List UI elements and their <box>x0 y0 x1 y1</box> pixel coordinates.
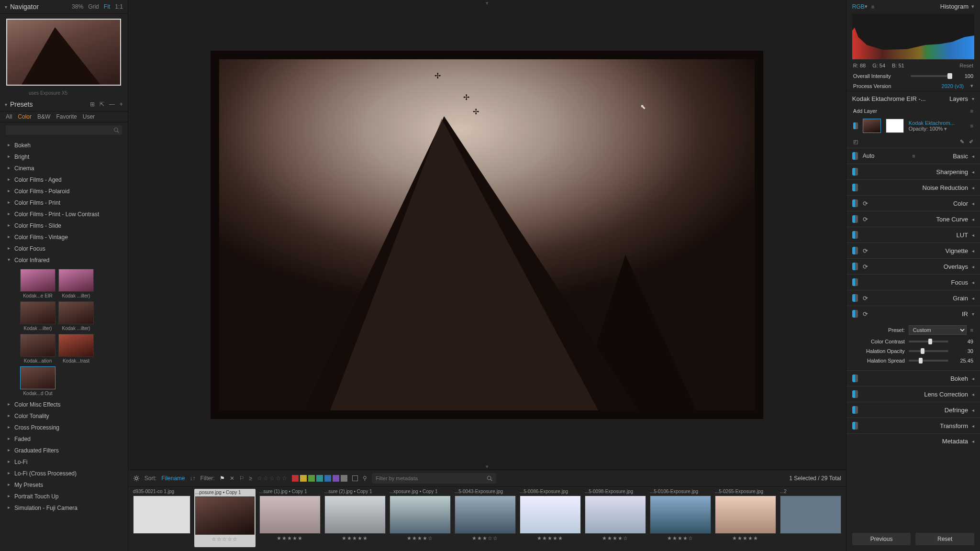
film-thumbnail[interactable]: ...sure (2).jpg • Copy 1★★★★★ <box>324 489 386 547</box>
image-canvas[interactable]: ✢ ✢ ✢ ⬉ <box>128 0 846 470</box>
collapse-icon[interactable]: ◂ <box>972 392 974 397</box>
collapse-icon[interactable]: ▾ <box>972 96 974 101</box>
reset-icon[interactable]: ⟳ <box>863 216 868 223</box>
auto-button[interactable]: Auto <box>863 153 875 159</box>
menu-icon[interactable]: ≡ <box>970 108 973 114</box>
previous-button[interactable]: Previous <box>852 533 911 545</box>
preset-category[interactable]: My Presets <box>0 479 128 491</box>
preset-category[interactable]: Color Films - Vintage <box>0 231 128 243</box>
preset-category[interactable]: Color Tonality <box>0 410 128 422</box>
toggle-icon[interactable] <box>852 152 858 160</box>
preset-search[interactable] <box>6 125 122 135</box>
color-swatch[interactable] <box>300 475 307 482</box>
adjustment-tone-curve[interactable]: ⟳Tone Curve◂ <box>846 211 980 227</box>
preset-category[interactable]: Color Films - Slide <box>0 220 128 231</box>
preset-category[interactable]: Simulation - Fuji Camera <box>0 502 128 514</box>
add-layer-row[interactable]: Add Layer ≡ <box>846 106 980 116</box>
film-thumbnail[interactable]: ...5-0098-Exposure.jpg★★★★☆ <box>585 489 646 547</box>
one-to-one-button[interactable]: 1:1 <box>115 3 123 10</box>
preset-category[interactable]: Color Films - Print <box>0 197 128 209</box>
layer-mask[interactable] <box>886 119 904 133</box>
color-swatch[interactable] <box>316 475 323 482</box>
toggle-icon[interactable] <box>852 406 858 414</box>
ir-slider[interactable]: Halation Spread25.45 <box>853 356 973 365</box>
toggle-icon[interactable] <box>852 375 858 382</box>
adjustment-bokeh[interactable]: Bokeh◂ <box>846 370 980 386</box>
color-swatch[interactable] <box>333 475 339 482</box>
collapse-icon[interactable]: ▾ <box>5 102 7 107</box>
color-swatch[interactable] <box>341 475 347 482</box>
preset-thumbnail[interactable]: Kodak ...ilter) <box>58 301 94 331</box>
collapse-icon[interactable]: ◂ <box>972 408 974 413</box>
collapse-icon[interactable]: ◂ <box>972 248 974 253</box>
preset-category[interactable]: Lo-Fi <box>0 456 128 468</box>
process-version-select[interactable]: 2020 (v3) <box>942 83 964 89</box>
preset-thumbnail[interactable]: Kodak...e EIR <box>20 269 56 298</box>
toggle-icon[interactable] <box>852 310 858 318</box>
brush-icon[interactable]: ✎ <box>960 139 964 145</box>
metadata-search-input[interactable] <box>376 475 487 481</box>
no-label-icon[interactable] <box>352 475 358 481</box>
preset-category[interactable]: Cross Processing <box>0 422 128 433</box>
navigator-thumbnail[interactable] <box>6 19 121 86</box>
reset-link[interactable]: Reset <box>959 63 973 68</box>
preset-thumbnail[interactable]: Kodak ...ilter) <box>20 301 56 331</box>
adjustment-lens-correction[interactable]: Lens Correction◂ <box>846 386 980 402</box>
film-thumbnail[interactable]: ...xposure.jpg • Copy 1★★★★☆ <box>390 489 451 547</box>
collapse-icon[interactable]: ◂ <box>972 439 974 444</box>
layer-item[interactable]: Kodak Ektachrom... Opacity: 100% ▾ ≡ <box>846 116 980 136</box>
film-thumbnail[interactable]: ...posure.jpg • Copy 1☆☆☆☆☆ <box>194 489 256 547</box>
reset-icon[interactable]: ⟳ <box>863 310 868 318</box>
film-thumbnail[interactable]: ...5-0086-Exposure.jpg★★★★★ <box>520 489 581 547</box>
filmstrip-thumbnails[interactable]: d935-0021-co 1.jpg...posure.jpg • Copy 1… <box>128 487 846 551</box>
toggle-icon[interactable] <box>852 168 858 176</box>
collapse-icon[interactable]: ▾ <box>972 311 974 317</box>
collapse-icon[interactable]: ◂ <box>972 185 974 190</box>
unflagged-icon[interactable]: ⚐ <box>239 475 245 482</box>
collapse-icon[interactable]: ▾ <box>971 3 974 10</box>
toggle-icon[interactable] <box>852 390 858 398</box>
preset-category[interactable]: Color Focus <box>0 243 128 254</box>
toggle-icon[interactable] <box>852 184 858 191</box>
toggle-icon[interactable] <box>852 422 858 430</box>
reset-icon[interactable]: ⟳ <box>863 200 868 207</box>
preset-category[interactable]: Color Misc Effects <box>0 399 128 410</box>
menu-icon[interactable]: ≡ <box>970 327 973 333</box>
reset-button[interactable]: Reset <box>915 533 974 545</box>
film-thumbnail[interactable]: ...sure (1).jpg • Copy 1★★★★★ <box>259 489 321 547</box>
adjustment-vignette[interactable]: ⟳Vignette◂ <box>846 242 980 258</box>
layer-toggle[interactable] <box>853 122 858 129</box>
adjustment-grain[interactable]: ⟳Grain◂ <box>846 290 980 306</box>
menu-icon[interactable]: ≡ <box>970 123 973 129</box>
preset-tab[interactable]: User <box>83 113 95 120</box>
rating-filter[interactable]: ☆☆☆☆☆ <box>257 475 287 482</box>
preset-thumbnail[interactable]: Kodak...d Out <box>20 366 56 396</box>
toggle-icon[interactable] <box>852 247 858 254</box>
adjustment-noise-reduction[interactable]: Noise Reduction◂ <box>846 179 980 195</box>
collapse-all-icon[interactable]: ⇱ <box>100 101 104 108</box>
preset-category[interactable]: Color Films - Print - Low Contrast <box>0 209 128 220</box>
film-thumbnail[interactable]: ...2 <box>780 489 841 547</box>
layer-thumbnail[interactable] <box>863 119 881 133</box>
plus-icon[interactable]: + <box>120 101 123 108</box>
collapse-icon[interactable]: ◂ <box>972 423 974 429</box>
preset-category[interactable]: Bright <box>0 151 128 163</box>
reset-icon[interactable]: ⟳ <box>863 247 868 254</box>
ir-slider[interactable]: Halation Opacity30 <box>853 346 973 356</box>
minus-icon[interactable]: — <box>109 101 115 108</box>
color-swatch[interactable] <box>308 475 315 482</box>
collapse-icon[interactable]: ◂ <box>972 280 974 285</box>
reset-icon[interactable]: ⟳ <box>863 263 868 270</box>
adjustment-basic[interactable]: Auto≡Basic◂ <box>846 148 980 164</box>
adjustment-ir[interactable]: ⟳ IR ▾ <box>846 306 980 321</box>
preset-category[interactable]: Portrait Touch Up <box>0 491 128 502</box>
preset-category[interactable]: Color Films - Polaroid <box>0 186 128 197</box>
collapse-icon[interactable]: ▾ <box>5 4 7 10</box>
adjustment-color[interactable]: ⟳Color◂ <box>846 195 980 211</box>
panel-handle-icon[interactable]: ▾ <box>486 463 489 470</box>
fit-button[interactable]: Fit <box>104 3 110 10</box>
film-thumbnail[interactable]: ...5-0043-Exposure.jpg★★★☆☆ <box>455 489 516 547</box>
ir-preset-select[interactable]: Custom <box>909 325 967 335</box>
hist-menu-icon[interactable]: ≡ <box>871 4 874 10</box>
preset-category[interactable]: Color Infrared <box>0 254 128 266</box>
